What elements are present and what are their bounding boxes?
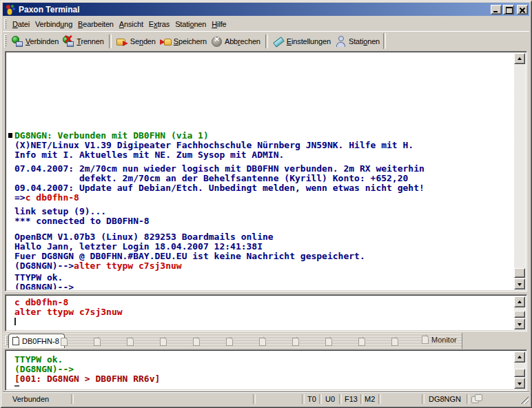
terminal-line: alter ttypw c7sj3nuw bbox=[14, 307, 513, 317]
tab-db0fhn-8[interactable]: DB0FHN-8 bbox=[8, 334, 65, 348]
window-title: Paxon Terminal bbox=[19, 5, 489, 14]
menu-item-verbindung[interactable]: Verbindung bbox=[32, 19, 75, 30]
terminal-line: [001: DG8NGN > DB0FHN RR6v] bbox=[14, 374, 513, 384]
page-icon bbox=[226, 338, 233, 346]
tab-blank-3[interactable] bbox=[127, 336, 134, 349]
page-icon bbox=[259, 338, 266, 346]
page-icon bbox=[127, 338, 134, 346]
page-icon bbox=[292, 338, 299, 346]
menu-item-datei[interactable]: Datei bbox=[10, 19, 32, 30]
terminal-line: c db0fhn-8 bbox=[14, 298, 513, 307]
menu-item-bearbeiten[interactable]: Bearbeiten bbox=[75, 19, 116, 30]
tab-blank-4[interactable] bbox=[160, 336, 167, 349]
arrow-down-icon bbox=[518, 283, 522, 286]
arrow-down-icon bbox=[518, 323, 522, 326]
close-icon: × bbox=[520, 8, 525, 12]
scroll-up-button[interactable] bbox=[514, 296, 525, 307]
toolbar-button-label: Speichern bbox=[174, 37, 207, 45]
tab-label: Monitor bbox=[431, 336, 457, 344]
tab-blank-9[interactable] bbox=[325, 336, 332, 349]
status-m-counter: M2 bbox=[365, 395, 375, 403]
tab-blank-7[interactable] bbox=[259, 336, 266, 349]
terminal-line: 09.04.2007: Update auf Debian/Etch. Unbe… bbox=[14, 183, 513, 193]
status-t-counter: T0 bbox=[307, 395, 316, 403]
tab-bar: DB0FHN-8 Monitor bbox=[3, 333, 462, 349]
toolbar-button-trennen[interactable]: ×Trennen bbox=[61, 34, 106, 48]
toolbar-separator bbox=[109, 34, 112, 48]
title-bar[interactable]: Paxon Terminal × bbox=[3, 3, 529, 16]
tab-label: DB0FHN-8 bbox=[22, 337, 59, 345]
scroll-down-button[interactable] bbox=[514, 378, 525, 389]
tab-blank-6[interactable] bbox=[226, 336, 233, 349]
send-icon bbox=[116, 36, 128, 47]
tab-blank-11[interactable] bbox=[391, 336, 398, 349]
page-icon bbox=[193, 338, 200, 346]
tab-blank-5[interactable] bbox=[193, 336, 200, 349]
menu-item-extras[interactable]: Extras bbox=[146, 19, 172, 30]
menu-item-hilfe[interactable]: Hilfe bbox=[209, 19, 229, 30]
page-icon bbox=[61, 338, 68, 346]
terminal-line: OpenBCM V1.07b3 (Linux) 829253 Boardmail… bbox=[14, 232, 513, 242]
tab-blank-2[interactable] bbox=[94, 336, 101, 349]
status-u-counter: U0 bbox=[325, 395, 335, 403]
menu-item-stationen[interactable]: Stationen bbox=[172, 19, 209, 30]
close-button[interactable]: × bbox=[517, 5, 528, 14]
menu-bar-gripper[interactable] bbox=[4, 19, 7, 29]
monitor-terminal[interactable]: TTYPW ok.(DG8NGN)-->[001: DG8NGN > DB0FH… bbox=[5, 349, 527, 391]
page-icon bbox=[94, 338, 101, 346]
toolbar-button-label: Einstellungen bbox=[287, 37, 331, 45]
maximize-button[interactable] bbox=[503, 5, 514, 14]
toolbar-button-einstellungen[interactable]: Einstellungen bbox=[271, 34, 333, 48]
toolbar-button-verbinden[interactable]: Verbinden bbox=[10, 34, 61, 48]
sound-icon bbox=[471, 394, 484, 404]
page-icon bbox=[422, 336, 429, 344]
status-f-counter: F13 bbox=[345, 395, 358, 403]
toolbar: Verbinden×TrennenSendenSpeichernAbbreche… bbox=[3, 31, 529, 50]
app-window: Paxon Terminal × DateiVerbindungBearbeit… bbox=[0, 0, 532, 408]
minimize-button[interactable] bbox=[491, 5, 502, 14]
menu-item-ansicht[interactable]: Ansicht bbox=[116, 19, 146, 30]
tab-blank-1[interactable] bbox=[61, 336, 68, 349]
toolbar-button-speichern[interactable]: Speichern bbox=[158, 34, 209, 48]
arrow-up-icon bbox=[518, 57, 522, 60]
input-area[interactable]: c db0fhn-8alter ttypw c7sj3nuw bbox=[5, 294, 527, 332]
tab-blank-10[interactable] bbox=[358, 336, 365, 349]
input-area-text: c db0fhn-8alter ttypw c7sj3nuw bbox=[7, 296, 513, 329]
tab-blank-8[interactable] bbox=[292, 336, 299, 349]
scroll-up-button[interactable] bbox=[514, 53, 525, 64]
terminal-line: Info mit I. Aktuelles mit NE. Zum Sysop … bbox=[14, 150, 513, 160]
toolbar-button-abbrechen[interactable]: Abbrechen bbox=[209, 34, 263, 48]
input-area-scrollbar[interactable] bbox=[514, 296, 525, 329]
monitor-terminal-text: TTYPW ok.(DG8NGN)-->[001: DG8NGN > DB0FH… bbox=[7, 351, 513, 389]
scroll-up-button[interactable] bbox=[514, 351, 525, 363]
page-icon bbox=[160, 338, 167, 346]
toolbar-button-senden[interactable]: Senden bbox=[114, 34, 158, 48]
resize-grip[interactable] bbox=[520, 396, 529, 404]
save-icon bbox=[160, 36, 172, 47]
toolbar-gripper[interactable] bbox=[4, 34, 7, 48]
toolbar-button-label: Verbinden bbox=[25, 37, 59, 45]
connect-icon bbox=[12, 36, 23, 47]
toolbar-button-stationen[interactable]: Stationen bbox=[333, 34, 382, 48]
scroll-thumb[interactable] bbox=[514, 369, 525, 377]
scroll-down-button[interactable] bbox=[514, 318, 525, 329]
app-icon bbox=[5, 4, 16, 15]
terminal-line: *** connected to DB0FHN-8 bbox=[14, 216, 513, 226]
tab-monitor[interactable]: Monitor bbox=[422, 336, 457, 344]
scroll-thumb[interactable] bbox=[514, 311, 525, 318]
page-icon bbox=[391, 338, 398, 346]
main-terminal[interactable]: DG8NGN: Verbunden mit DB0FHN (via 1)(X)N… bbox=[5, 51, 527, 292]
terminal-line: DG8NGN: Verbunden mit DB0FHN (via 1) bbox=[14, 131, 513, 141]
scroll-down-button[interactable] bbox=[514, 278, 525, 289]
terminal-line: link setup (9)... bbox=[14, 207, 513, 216]
terminal-line: TTYPW ok. bbox=[14, 273, 513, 283]
monitor-terminal-scrollbar[interactable] bbox=[514, 351, 525, 389]
toolbar-button-label: Stationen bbox=[349, 37, 380, 45]
arrow-up-icon bbox=[518, 356, 522, 358]
scroll-thumb[interactable] bbox=[514, 268, 525, 278]
toolbar-button-label: Trennen bbox=[76, 37, 104, 45]
main-terminal-scrollbar[interactable] bbox=[514, 53, 525, 289]
status-connection: Verbunden bbox=[12, 395, 49, 403]
terminal-line: =>c db0fhn-8 bbox=[14, 193, 513, 203]
arrow-up-icon bbox=[518, 300, 522, 303]
